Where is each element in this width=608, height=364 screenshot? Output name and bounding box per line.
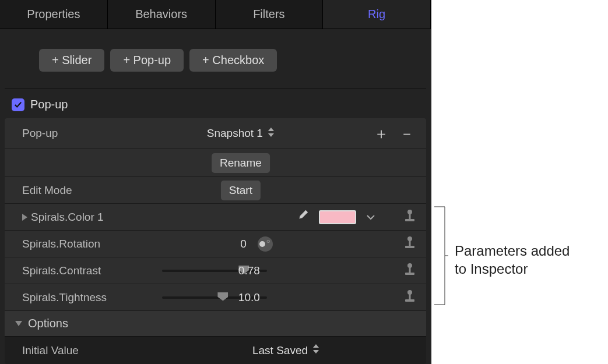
disclosure-down-icon <box>15 321 22 326</box>
options-title: Options <box>28 317 68 330</box>
joystick-icon[interactable] <box>404 209 416 225</box>
tab-filters[interactable]: Filters <box>216 0 324 29</box>
initial-value-text: Last Saved <box>252 344 308 357</box>
options-header[interactable]: Options <box>5 310 426 336</box>
initial-value-label: Initial Value <box>22 344 156 357</box>
stepper-arrows-icon <box>312 344 319 357</box>
start-button[interactable]: Start <box>221 181 261 200</box>
check-icon <box>14 101 22 109</box>
tab-rig[interactable]: Rig <box>323 0 431 29</box>
contrast-label: Spirals.Contrast <box>22 264 156 277</box>
svg-point-3 <box>407 236 412 241</box>
edit-mode-row: Edit Mode Start <box>5 176 426 203</box>
contrast-row: Spirals.Contrast 0.78 <box>5 257 426 284</box>
popup-enable-checkbox[interactable] <box>12 98 24 111</box>
slider-thumb-icon[interactable] <box>217 292 228 301</box>
svg-rect-8 <box>405 273 414 275</box>
callout-text: Parameters added to Inspector <box>455 242 570 278</box>
joystick-icon[interactable] <box>404 263 416 279</box>
joystick-icon[interactable] <box>404 236 416 252</box>
add-snapshot-button[interactable]: ＋ <box>372 123 390 144</box>
add-slider-button[interactable]: + Slider <box>39 49 104 72</box>
popup-snapshot-row: Pop-up Snapshot 1 ＋ － <box>5 118 426 149</box>
svg-rect-1 <box>409 214 411 219</box>
tightness-label: Spirals.Tightness <box>22 291 156 304</box>
color-row: Spirals.Color 1 <box>5 203 426 230</box>
svg-rect-10 <box>409 294 411 299</box>
rename-row: Rename <box>5 149 426 176</box>
color-label: Spirals.Color 1 <box>31 211 104 224</box>
rotation-value[interactable]: 0 <box>228 238 259 250</box>
degree-unit: ° <box>266 238 271 250</box>
rename-button[interactable]: Rename <box>212 153 270 173</box>
disclosure-right-icon[interactable] <box>22 214 27 221</box>
callout-bracket <box>434 206 448 305</box>
callout-line-2: to Inspector <box>455 260 570 278</box>
remove-snapshot-button[interactable]: － <box>398 123 416 144</box>
rotation-label: Spirals.Rotation <box>22 238 156 250</box>
svg-point-0 <box>407 210 412 214</box>
widget-button-row: + Slider + Pop-up + Checkbox <box>39 49 405 72</box>
tightness-value[interactable]: 10.0 <box>233 291 265 304</box>
chevron-down-icon[interactable] <box>367 212 375 222</box>
joystick-icon[interactable] <box>404 289 416 306</box>
svg-rect-5 <box>405 246 414 248</box>
svg-rect-4 <box>409 241 411 246</box>
parameters-block: Pop-up Snapshot 1 ＋ － Rename <box>5 118 426 310</box>
add-checkbox-button[interactable]: + Checkbox <box>189 49 277 72</box>
tab-behaviors[interactable]: Behaviors <box>108 0 216 29</box>
svg-point-6 <box>407 263 412 268</box>
color-swatch[interactable] <box>319 210 356 224</box>
svg-point-9 <box>407 290 412 295</box>
tightness-row: Spirals.Tightness 10.0 <box>5 284 426 310</box>
section-title: Pop-up <box>30 98 68 111</box>
edit-mode-label: Edit Mode <box>22 184 156 197</box>
rotation-row: Spirals.Rotation 0 ° <box>5 230 426 257</box>
svg-rect-7 <box>409 267 411 273</box>
add-popup-button[interactable]: + Pop-up <box>110 49 184 72</box>
initial-value-row: Initial Value Last Saved <box>5 336 426 364</box>
svg-rect-11 <box>405 299 414 302</box>
eyedropper-icon[interactable] <box>296 210 308 225</box>
initial-value-select[interactable]: Last Saved <box>252 344 319 357</box>
inspector-panel: Properties Behaviors Filters Rig + Slide… <box>0 0 431 364</box>
tab-bar: Properties Behaviors Filters Rig <box>0 0 431 29</box>
svg-rect-2 <box>405 219 414 221</box>
tab-properties[interactable]: Properties <box>0 0 108 29</box>
callout-line-1: Parameters added <box>455 242 570 260</box>
contrast-value[interactable]: 0.78 <box>233 264 265 277</box>
popup-label: Pop-up <box>22 127 156 140</box>
popup-section-header: Pop-up <box>0 89 431 118</box>
